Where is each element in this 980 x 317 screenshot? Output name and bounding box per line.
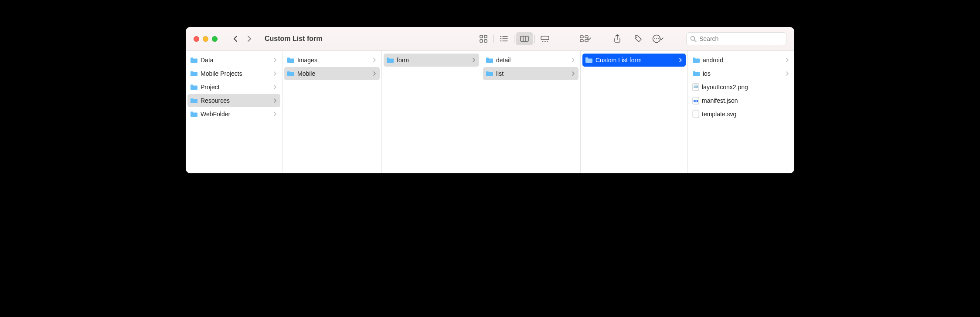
chevron-right-icon xyxy=(274,97,277,104)
forward-button[interactable] xyxy=(244,33,255,44)
maximize-button[interactable] xyxy=(212,36,218,42)
folder-icon xyxy=(386,57,394,63)
columns-icon xyxy=(520,36,529,42)
chevron-right-icon xyxy=(247,35,252,42)
tag-icon xyxy=(634,35,642,43)
folder-item[interactable]: Mobile Projects xyxy=(187,67,280,80)
folder-item[interactable]: ios xyxy=(690,67,793,80)
search-box[interactable] xyxy=(686,32,786,45)
svg-rect-0 xyxy=(480,35,483,38)
chevron-left-icon xyxy=(233,35,238,42)
close-button[interactable] xyxy=(194,36,199,42)
svg-point-24 xyxy=(654,38,655,39)
file-image-icon xyxy=(692,83,699,91)
list-view-button[interactable] xyxy=(495,32,513,45)
item-label: layoutIconx2.png xyxy=(702,84,748,91)
folder-item[interactable]: Images xyxy=(284,54,380,67)
divider xyxy=(493,35,494,43)
folder-item[interactable]: WebFolder xyxy=(187,108,280,121)
file-item[interactable]: template.svg xyxy=(690,108,793,121)
chevron-right-icon xyxy=(274,111,277,118)
item-label: form xyxy=(397,57,409,64)
group-button[interactable] xyxy=(578,32,593,45)
svg-rect-34 xyxy=(693,111,699,118)
column-1: ImagesMobile xyxy=(282,51,382,173)
minimize-button[interactable] xyxy=(203,36,208,42)
window-title: Custom List form xyxy=(265,35,322,43)
column-browser: DataMobile ProjectsProjectResourcesWebFo… xyxy=(186,51,794,173)
svg-rect-1 xyxy=(484,35,487,38)
column-2: form xyxy=(382,51,481,173)
svg-line-28 xyxy=(694,40,696,42)
item-label: Custom List form xyxy=(595,57,642,64)
chevron-right-icon xyxy=(274,84,277,91)
folder-item[interactable]: form xyxy=(384,54,479,67)
chevron-right-icon xyxy=(786,57,789,64)
view-mode-group xyxy=(475,32,554,45)
tags-button[interactable] xyxy=(630,32,647,45)
svg-rect-13 xyxy=(541,36,549,40)
item-label: WebFolder xyxy=(201,111,230,118)
folder-icon xyxy=(287,71,295,77)
file-blank-icon xyxy=(692,110,699,118)
chevron-right-icon xyxy=(373,57,376,64)
share-icon xyxy=(614,34,621,43)
item-label: Data xyxy=(201,57,214,64)
item-label: Resources xyxy=(201,97,230,104)
chevron-right-icon xyxy=(373,70,376,77)
folder-item[interactable]: Resources xyxy=(187,94,280,107)
back-button[interactable] xyxy=(230,33,241,44)
chevron-right-icon xyxy=(274,70,277,77)
divider xyxy=(514,35,514,43)
item-label: Project xyxy=(201,84,220,91)
column-5: androidioslayoutIconx2.pngJSmanifest.jso… xyxy=(688,51,794,173)
folder-icon xyxy=(486,57,493,63)
folder-icon xyxy=(190,71,198,77)
file-item[interactable]: JSmanifest.json xyxy=(690,94,793,107)
chevron-right-icon xyxy=(679,57,682,64)
item-label: detail xyxy=(496,57,510,64)
divider xyxy=(534,35,535,43)
item-label: Mobile xyxy=(297,70,315,77)
column-view-button[interactable] xyxy=(516,32,533,45)
item-label: list xyxy=(496,70,504,77)
share-button[interactable] xyxy=(609,32,626,45)
finder-window: Custom List form xyxy=(186,27,794,173)
folder-item[interactable]: Project xyxy=(187,81,280,94)
folder-item[interactable]: android xyxy=(690,54,793,67)
folder-icon xyxy=(692,57,700,63)
svg-rect-18 xyxy=(580,36,583,38)
chevron-right-icon xyxy=(572,57,575,64)
chevron-right-icon xyxy=(274,57,277,64)
search-input[interactable] xyxy=(699,35,783,42)
folder-item[interactable]: Mobile xyxy=(284,67,380,80)
file-json-icon: JS xyxy=(692,97,699,105)
item-label: Mobile Projects xyxy=(201,70,242,77)
folder-item[interactable]: Custom List form xyxy=(582,54,686,67)
folder-icon xyxy=(190,111,198,117)
svg-point-25 xyxy=(656,38,657,39)
folder-icon xyxy=(190,84,198,90)
folder-icon xyxy=(692,71,700,77)
folder-icon xyxy=(585,57,593,63)
item-label: android xyxy=(703,57,723,64)
folder-item[interactable]: Data xyxy=(187,54,280,67)
svg-point-16 xyxy=(545,41,546,42)
file-item[interactable]: layoutIconx2.png xyxy=(690,81,793,94)
item-label: Images xyxy=(297,57,317,64)
folder-item[interactable]: detail xyxy=(483,54,578,67)
icon-view-button[interactable] xyxy=(475,32,492,45)
svg-point-22 xyxy=(636,37,637,37)
chevron-right-icon xyxy=(572,70,575,77)
search-icon xyxy=(690,36,697,42)
column-4: Custom List form xyxy=(581,51,688,173)
svg-point-6 xyxy=(500,38,502,40)
chevron-down-icon xyxy=(659,37,664,40)
svg-point-4 xyxy=(500,36,502,37)
folder-icon xyxy=(287,57,295,63)
folder-icon xyxy=(190,98,198,104)
folder-item[interactable]: list xyxy=(483,67,578,80)
action-button[interactable] xyxy=(650,32,665,45)
chevron-right-icon xyxy=(473,57,476,64)
gallery-view-button[interactable] xyxy=(536,32,554,45)
